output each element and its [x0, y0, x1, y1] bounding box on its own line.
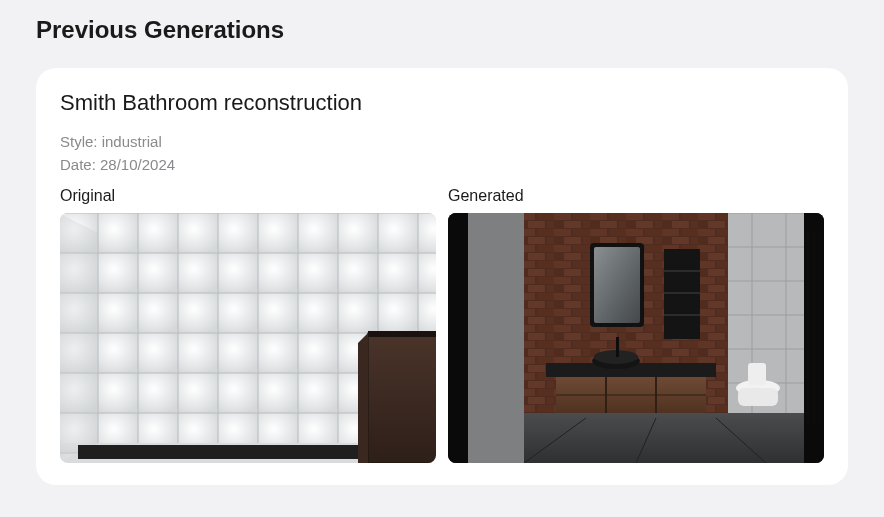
svg-rect-7	[368, 331, 436, 337]
svg-rect-25	[524, 413, 804, 463]
generation-style: Style: industrial	[60, 130, 824, 153]
image-panels: Original	[60, 187, 824, 463]
svg-rect-44	[738, 388, 778, 406]
section-title: Previous Generations	[36, 16, 848, 44]
svg-marker-4	[60, 213, 98, 463]
generation-meta: Style: industrial Date: 28/10/2024	[60, 130, 824, 177]
generation-card: Smith Bathroom reconstruction Style: ind…	[36, 68, 848, 485]
original-panel: Original	[60, 187, 436, 463]
original-label: Original	[60, 187, 436, 205]
svg-rect-38	[594, 247, 640, 323]
generated-image	[448, 213, 824, 463]
svg-rect-6	[368, 333, 436, 463]
svg-rect-36	[616, 337, 619, 357]
svg-rect-18	[448, 213, 468, 463]
svg-marker-9	[358, 333, 368, 463]
svg-rect-20	[468, 213, 524, 463]
generated-panel: Generated	[448, 187, 824, 463]
svg-rect-45	[748, 363, 766, 385]
generation-date: Date: 28/10/2024	[60, 153, 824, 176]
original-image	[60, 213, 436, 463]
generated-label: Generated	[448, 187, 824, 205]
generation-name: Smith Bathroom reconstruction	[60, 90, 824, 116]
svg-rect-5	[78, 445, 388, 459]
